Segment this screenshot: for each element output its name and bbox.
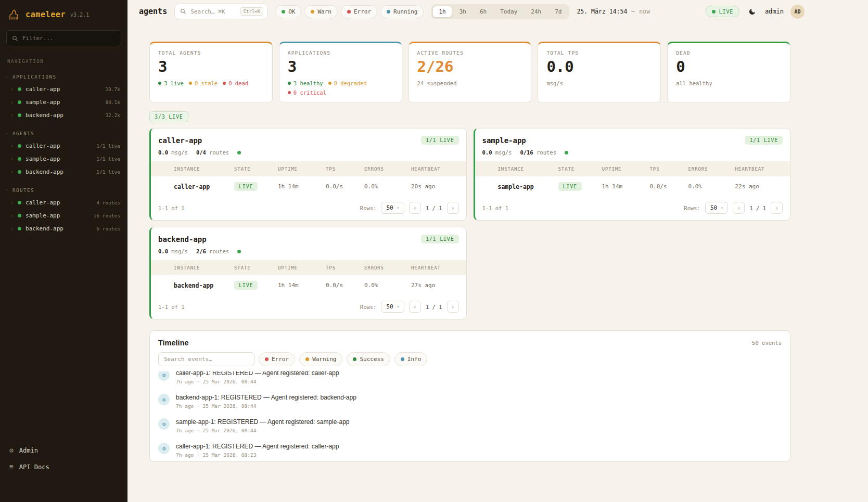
filter-input[interactable] [22, 35, 116, 42]
breakdown-text: 3 live [164, 80, 184, 87]
sidebar-filter[interactable] [6, 30, 121, 46]
rows-per-page-select[interactable]: 50 ▾ [381, 202, 404, 214]
sidebar-footer: ⚙ Admin ≣ API Docs [0, 440, 127, 502]
activity-dot [237, 250, 241, 253]
sidebar-item-application-backend-app[interactable]: › backend-app 32.2k [0, 109, 127, 122]
app-name: cameleer [25, 10, 66, 19]
global-search[interactable]: Ctrl+K [174, 4, 268, 19]
range-button-1h[interactable]: 1h [432, 6, 452, 18]
routes-unit: routes [537, 149, 556, 156]
timeline-search[interactable] [158, 352, 254, 366]
ok-dot-icon [282, 10, 285, 14]
col-heartbeat: HEARTBEAT [411, 265, 459, 271]
range-button-7d[interactable]: 7d [548, 6, 568, 18]
col-heartbeat: HEARTBEAT [411, 166, 459, 172]
breakdown-text: 0 stale [195, 80, 218, 87]
rows-label: Rows: [360, 205, 377, 211]
chip-label: Warn [317, 8, 331, 15]
sidebar-item-agent-sample-app[interactable]: › sample-app 1/1 live [0, 152, 127, 165]
timeline-filter-warning[interactable]: Warning [299, 352, 342, 366]
col-instance: INSTANCE [174, 265, 234, 271]
timeline-event[interactable]: ⚙ caller-app-1: REGISTERED — Agent regis… [158, 438, 782, 461]
rows-per-page-select[interactable]: 50 ▾ [381, 301, 404, 313]
sidebar-item-application-sample-app[interactable]: › sample-app 84.1k [0, 96, 127, 109]
instance-row[interactable]: sample-app LIVE 1h 14m 0.0/s 0.0% 22s ag… [475, 176, 790, 197]
status-dot [18, 87, 21, 91]
timeline-event[interactable]: ⚙ sample-app-1: REGISTERED — Agent regis… [158, 414, 782, 438]
throughput-unit: msg/s [171, 149, 188, 156]
chevron-down-icon: ▾ [397, 305, 399, 309]
stat-label: TOTAL AGENTS [158, 50, 264, 56]
stat-subtext: msg/s [546, 80, 652, 87]
item-label: caller-app [25, 86, 60, 93]
theme-toggle-button[interactable] [746, 6, 758, 18]
filter-chip-error[interactable]: Error [341, 5, 377, 18]
instance-row[interactable]: caller-app LIVE 1h 14m 0.0/s 0.0% 20s ag… [151, 176, 466, 197]
filter-chip-warn[interactable]: Warn [304, 5, 338, 18]
chip-label: Error [354, 8, 371, 15]
next-page-button[interactable]: › [447, 202, 459, 214]
col-uptime: UPTIME [278, 166, 326, 172]
timeline-search-input[interactable] [164, 356, 249, 363]
section-header-routes[interactable]: · ROUTES [0, 186, 127, 196]
instance-row[interactable]: backend-app LIVE 1h 14m 0.0/s 0.0% 27s a… [151, 275, 466, 295]
timeline-filter-error[interactable]: Error [259, 352, 295, 366]
app-live-badge: 1/1 LIVE [745, 136, 783, 145]
section-marker-icon: · [5, 131, 9, 136]
next-page-button[interactable]: › [447, 301, 459, 313]
col-instance: INSTANCE [174, 166, 234, 172]
sidebar-item-routes-backend-app[interactable]: › backend-app 6 routes [0, 222, 127, 235]
sidebar-section-applications: · APPLICATIONS › caller-app 10.7k › samp… [0, 72, 127, 122]
prev-page-button[interactable]: ‹ [733, 202, 745, 214]
item-badge: 4 routes [96, 200, 120, 205]
app-card-stats: 0.0 msg/s 0/4 routes [151, 149, 466, 161]
timeline-event[interactable]: ⚙ backend-app-1: REGISTERED — Agent regi… [158, 389, 782, 414]
app-version: v3.2.1 [70, 12, 89, 18]
event-title: caller-app-1: REGISTERED — Agent registe… [176, 371, 339, 377]
stat-label: DEAD [676, 50, 782, 56]
table-footer: 1-1 of 1 Rows: 50 ▾ ‹ 1 / 1 › [151, 197, 466, 220]
next-page-button[interactable]: › [771, 202, 783, 214]
section-header-applications[interactable]: · APPLICATIONS [0, 72, 127, 83]
sidebar-item-application-caller-app[interactable]: › caller-app 10.7k [0, 83, 127, 96]
item-label: sample-app [25, 99, 60, 106]
info-dot-icon [401, 357, 404, 361]
timeline-events-viewport[interactable]: ⚙ caller-app-1: REGISTERED — Agent regis… [150, 371, 790, 461]
sidebar-item-agent-caller-app[interactable]: › caller-app 1/1 live [0, 139, 127, 152]
docs-icon: ≣ [9, 463, 14, 471]
filter-chip-running[interactable]: Running [380, 5, 424, 18]
chevron-right-icon: › [10, 156, 14, 162]
status-filter-chips: OK Warn Error Running [275, 5, 424, 18]
range-button-3h[interactable]: 3h [453, 6, 473, 18]
throughput-value: 0.0 [482, 149, 492, 156]
prev-page-button[interactable]: ‹ [409, 202, 421, 214]
sidebar-item-agent-backend-app[interactable]: › backend-app 1/1 live [0, 165, 127, 178]
section-header-agents[interactable]: · AGENTS [0, 129, 127, 139]
live-status-badge[interactable]: LIVE [706, 6, 739, 17]
rows-per-page-select[interactable]: 50 ▾ [705, 202, 728, 214]
stat-value: 3 [158, 59, 264, 74]
moon-icon [748, 8, 756, 16]
filter-chip-ok[interactable]: OK [275, 5, 301, 18]
search-input[interactable] [190, 8, 236, 15]
sidebar-item-routes-sample-app[interactable]: › sample-app 16 routes [0, 209, 127, 222]
col-heartbeat: HEARTBEAT [735, 166, 783, 172]
range-button-today[interactable]: Today [494, 6, 524, 18]
page-content: TOTAL AGENTS 3 3 live 0 stale 0 dead APP… [127, 23, 868, 502]
timeline-filter-info[interactable]: Info [394, 352, 428, 366]
timeline-event[interactable]: ⚙ caller-app-1: REGISTERED — Agent regis… [158, 371, 782, 389]
range-button-6h[interactable]: 6h [474, 6, 493, 18]
state-badge: LIVE [558, 182, 582, 191]
app-card-caller-app: caller-app 1/1 LIVE 0.0 msg/s 0/4 routes… [149, 128, 467, 221]
stat-value: 0 [676, 59, 782, 74]
timeline-filter-success[interactable]: Success [347, 352, 390, 366]
app-cards-grid: caller-app 1/1 LIVE 0.0 msg/s 0/4 routes… [149, 128, 790, 319]
sidebar-api-docs-link[interactable]: ≣ API Docs [9, 463, 118, 471]
col-tps: TPS [326, 166, 364, 172]
range-button-24h[interactable]: 24h [525, 6, 547, 18]
avatar[interactable]: AD [790, 5, 805, 19]
prev-page-button[interactable]: ‹ [409, 301, 421, 313]
sidebar-admin-link[interactable]: ⚙ Admin [9, 446, 118, 454]
sidebar-item-routes-caller-app[interactable]: › caller-app 4 routes [0, 196, 127, 209]
chevron-right-icon: › [10, 143, 14, 149]
